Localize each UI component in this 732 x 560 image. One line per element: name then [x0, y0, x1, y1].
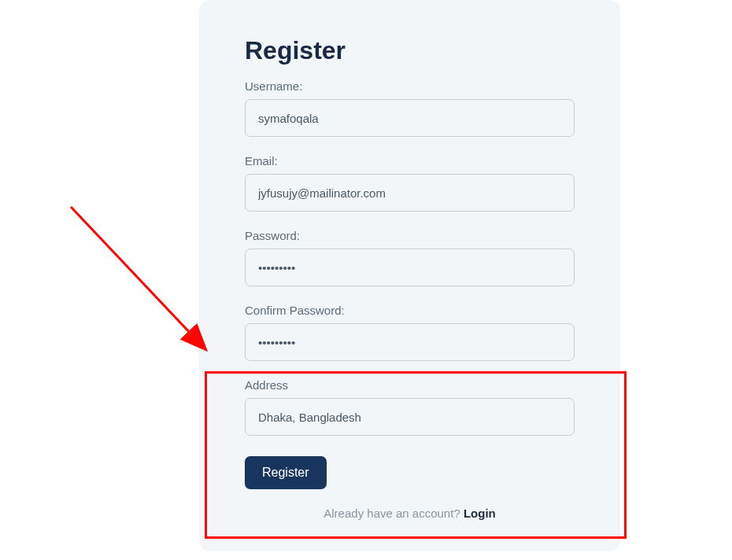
username-label: Username:	[245, 79, 575, 93]
page-title: Register	[245, 36, 575, 65]
login-link[interactable]: Login	[464, 507, 496, 520]
email-input[interactable]	[245, 174, 575, 212]
email-label: Email:	[245, 154, 575, 168]
email-group: Email:	[245, 154, 575, 212]
annotation-arrow	[63, 199, 220, 364]
footer-message: Already have an account?	[323, 507, 464, 520]
address-group: Address	[245, 378, 575, 436]
address-label: Address	[245, 378, 575, 392]
username-input[interactable]	[245, 99, 575, 137]
confirm-password-group: Confirm Password:	[245, 304, 575, 361]
footer-text: Already have an account? Login	[245, 507, 575, 520]
svg-line-1	[71, 207, 205, 348]
password-group: Password:	[245, 229, 575, 286]
password-input[interactable]	[245, 249, 575, 286]
password-label: Password:	[245, 229, 575, 242]
address-input[interactable]	[245, 398, 575, 436]
register-form-card: Register Username: Email: Password: Conf…	[199, 0, 620, 551]
confirm-password-label: Confirm Password:	[245, 304, 575, 317]
username-group: Username:	[245, 79, 575, 137]
confirm-password-input[interactable]	[245, 323, 575, 361]
register-button[interactable]: Register	[245, 456, 327, 489]
